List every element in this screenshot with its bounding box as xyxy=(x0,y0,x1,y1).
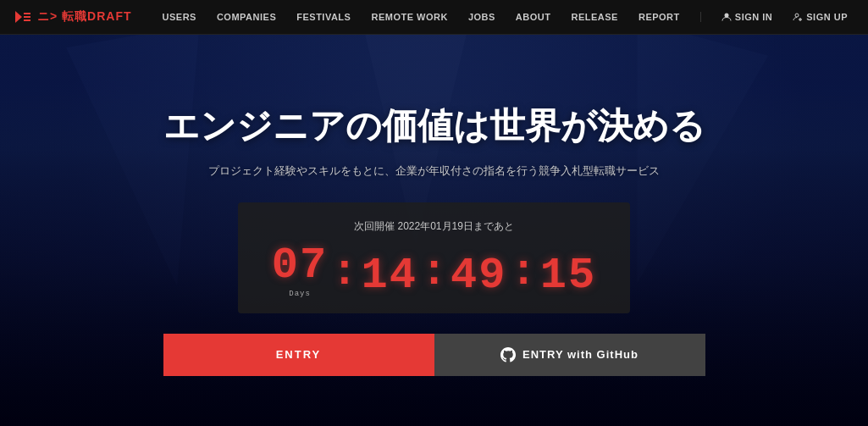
logo-text: ニ> 転職DRAFT xyxy=(37,9,132,25)
countdown-days-unit: Days xyxy=(289,290,311,298)
nav-links: USERS COMPANIES FESTIVALS REMOTE WORK JO… xyxy=(152,0,700,35)
signup-icon xyxy=(793,12,803,22)
countdown-days: 07 Days xyxy=(272,244,328,298)
svg-rect-2 xyxy=(24,16,30,18)
svg-point-5 xyxy=(795,14,799,17)
nav-link-report[interactable]: REPORT xyxy=(628,0,690,35)
hero-buttons: ENTRY ENTRY with GitHub xyxy=(163,334,705,376)
entry-button[interactable]: ENTRY xyxy=(163,334,434,376)
countdown-colon-2: : xyxy=(421,251,447,298)
countdown-colon-3: : xyxy=(511,251,537,298)
logo-icon xyxy=(14,8,32,26)
countdown-minutes: 49 xyxy=(451,254,506,298)
countdown-minutes-digits: 49 xyxy=(451,254,506,298)
nav-link-remote-work[interactable]: REMOTE WORK xyxy=(361,0,457,35)
nav-link-release[interactable]: RELEASE xyxy=(561,0,628,35)
sign-in-link[interactable]: SIGN IN xyxy=(715,12,779,22)
countdown-hours: 14 xyxy=(361,254,417,298)
countdown-label: 次回開催 2022年01月19日まであと xyxy=(272,219,596,234)
svg-rect-1 xyxy=(24,13,30,14)
sign-up-link[interactable]: SIGN UP xyxy=(786,12,854,22)
github-entry-button[interactable]: ENTRY with GitHub xyxy=(434,334,705,376)
nav-link-users[interactable]: USERS xyxy=(152,0,207,35)
svg-rect-3 xyxy=(24,19,30,21)
nav-link-companies[interactable]: COMPANIES xyxy=(207,0,286,35)
hero-content: エンジニアの価値は世界が決める プロジェクト経験やスキルをもとに、企業が年収付さ… xyxy=(163,51,705,376)
nav-link-jobs[interactable]: JOBS xyxy=(458,0,506,35)
countdown-days-digits: 07 xyxy=(272,244,328,288)
countdown-box: 次回開催 2022年01月19日まであと 07 Days : 14 : 49 :… xyxy=(238,202,630,313)
nav-link-about[interactable]: ABOUT xyxy=(506,0,561,35)
logo[interactable]: ニ> 転職DRAFT xyxy=(14,8,132,26)
hero-subtitle: プロジェクト経験やスキルをもとに、企業が年収付さの指名を行う競争入札型転職サービ… xyxy=(208,163,660,179)
github-icon xyxy=(500,347,516,362)
countdown-hours-digits: 14 xyxy=(361,254,417,298)
countdown-seconds: 15 xyxy=(540,254,596,298)
navbar: ニ> 転職DRAFT USERS COMPANIES FESTIVALS REM… xyxy=(0,0,868,35)
svg-point-4 xyxy=(724,14,728,18)
countdown-timer: 07 Days : 14 : 49 : 15 xyxy=(272,244,596,298)
svg-marker-0 xyxy=(15,11,22,23)
github-button-label: ENTRY with GitHub xyxy=(522,348,639,361)
nav-auth: SIGN IN SIGN UP xyxy=(700,12,854,22)
hero: エンジニアの価値は世界が決める プロジェクト経験やスキルをもとに、企業が年収付さ… xyxy=(0,0,868,426)
signin-icon xyxy=(721,12,732,22)
nav-link-festivals[interactable]: FESTIVALS xyxy=(286,0,361,35)
countdown-colon-1: : xyxy=(331,251,357,298)
countdown-seconds-digits: 15 xyxy=(540,254,596,298)
hero-title: エンジニアの価値は世界が決める xyxy=(163,102,705,150)
